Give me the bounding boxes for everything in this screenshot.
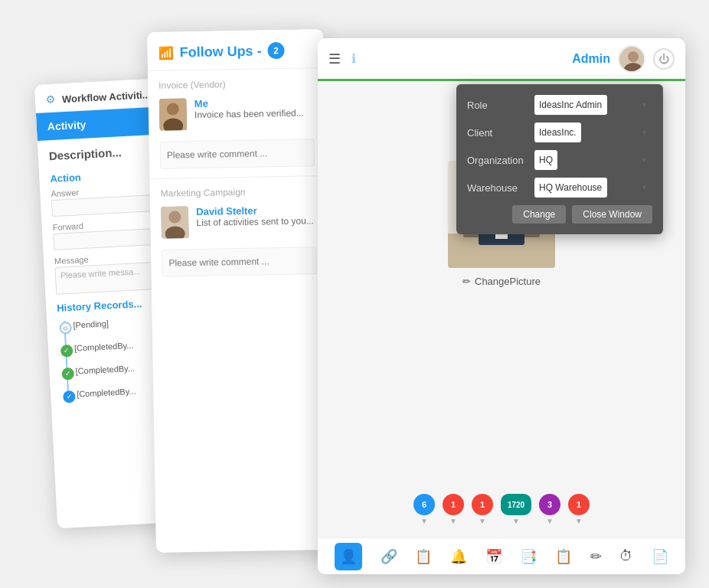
client-label: Client xyxy=(467,127,528,139)
dot-completed: ✓ xyxy=(60,345,74,358)
history-item-text: [CompletedBy... xyxy=(75,364,135,376)
avatar-me xyxy=(159,98,188,131)
wifi-icon: 📶 xyxy=(158,45,173,60)
footer-icon-calendar[interactable]: 📅 xyxy=(485,548,502,565)
pencil-icon: ✏ xyxy=(462,276,471,287)
arrow-3: ▼ xyxy=(479,517,486,525)
avatar-img-david xyxy=(161,206,189,239)
dropdown-buttons: Change Close Window xyxy=(467,205,652,224)
dot-completed: ✓ xyxy=(61,368,74,381)
client-row: Client IdeasInc. xyxy=(467,122,652,142)
footer-icon-edit[interactable]: ✏ xyxy=(590,548,602,565)
arrow-5: ▼ xyxy=(546,517,554,525)
arrow-4: ▼ xyxy=(512,517,520,525)
workflow-title: Workflow Activiti... xyxy=(62,89,151,105)
badge-3[interactable]: 1 xyxy=(472,494,493,515)
arrow-2: ▼ xyxy=(449,517,457,525)
msg-content-david: David Stelter List of activities sent to… xyxy=(196,204,314,238)
arrow-6: ▼ xyxy=(575,517,583,525)
change-picture-button[interactable]: ✏ ChangePicture xyxy=(462,276,541,287)
organization-label: Organization xyxy=(467,155,528,166)
role-select[interactable]: IdeasInc Admin xyxy=(534,95,607,115)
footer-nav: 👤 🔗 📋 🔔 📅 📑 📋 ✏ ⏱ 📄 xyxy=(318,537,685,574)
footer-icon-doc[interactable]: 📑 xyxy=(520,548,537,565)
history-item-text: [Pending] xyxy=(73,318,109,329)
admin-avatar xyxy=(618,45,645,73)
topbar-left: ☰ ℹ xyxy=(328,51,356,67)
workflow-icon: ⚙ xyxy=(46,93,57,106)
warehouse-select-wrap: HQ Warehouse xyxy=(534,178,652,198)
arrow-1: ▼ xyxy=(420,517,428,525)
info-icon[interactable]: ℹ xyxy=(351,51,356,66)
followups-section-1: Invoice (Vendor) Me Invoice has been ver… xyxy=(148,68,325,179)
badge-5[interactable]: 3 xyxy=(539,494,560,515)
badge-wrap-4: 1720 ▼ xyxy=(501,494,531,525)
followups-badge: 2 xyxy=(267,42,284,59)
badge-wrap-6: 1 ▼ xyxy=(568,494,590,525)
footer-icon-list[interactable]: 📋 xyxy=(555,548,572,565)
footer-icon-link[interactable]: 🔗 xyxy=(381,548,397,565)
comment-input-invoice[interactable] xyxy=(160,139,315,169)
footer-icon-gauge[interactable]: ⏱ xyxy=(619,548,633,564)
message-row-me: Me Invoice has been verified... xyxy=(159,96,315,131)
role-select-wrap: IdeasInc Admin xyxy=(534,95,652,115)
topbar-right: Admin ⏻ xyxy=(572,45,675,73)
bottom-badges-row: 6 ▼ 1 ▼ 1 ▼ 1720 ▼ 3 ▼ 1 ▼ xyxy=(318,483,685,536)
footer-icon-bell[interactable]: 🔔 xyxy=(450,548,467,565)
role-row: Role IdeasInc Admin xyxy=(467,95,652,115)
badge-wrap-1: 6 ▼ xyxy=(413,494,435,525)
change-picture-label: ChangePicture xyxy=(475,276,541,287)
badge-wrap-2: 1 ▼ xyxy=(443,494,464,525)
badge-4[interactable]: 1720 xyxy=(501,494,531,515)
close-window-button[interactable]: Close Window xyxy=(572,205,652,224)
msg-text-campaign: List of activities sent to you... xyxy=(196,215,314,228)
power-button[interactable]: ⏻ xyxy=(653,48,675,70)
organization-select[interactable]: HQ xyxy=(534,150,557,170)
message-row-david: David Stelter List of activities sent to… xyxy=(161,204,316,239)
warehouse-label: Warehouse xyxy=(467,182,528,194)
dot-completed-blue: ✓ xyxy=(63,390,76,403)
msg-content-me: Me Invoice has been verified... xyxy=(194,96,304,130)
section-label-campaign: Marketing Campaign xyxy=(161,185,315,199)
badge-2[interactable]: 1 xyxy=(443,494,464,515)
msg-text-invoice: Invoice has been verified... xyxy=(194,108,304,120)
badge-wrap-5: 3 ▼ xyxy=(539,494,560,525)
followups-section-2: Marketing Campaign David Stelter List of… xyxy=(149,176,327,286)
comment-input-campaign[interactable] xyxy=(162,247,317,277)
organization-select-wrap: HQ xyxy=(534,150,652,170)
history-item-text: [CompletedBy... xyxy=(74,341,134,353)
client-select-wrap: IdeasInc. xyxy=(534,122,652,142)
footer-icon-person[interactable]: 👤 xyxy=(335,543,362,570)
followups-header: 📶 Follow Ups - 2 xyxy=(147,29,324,71)
footer-icon-clipboard[interactable]: 📋 xyxy=(415,548,432,565)
dot-pending: ○ xyxy=(59,322,72,335)
badge-wrap-3: 1 ▼ xyxy=(472,494,493,525)
change-button[interactable]: Change xyxy=(512,205,566,224)
footer-icon-file[interactable]: 📄 xyxy=(652,548,668,565)
history-item-text: [CompletedBy... xyxy=(77,387,136,399)
svg-point-7 xyxy=(628,51,639,62)
followups-title: Follow Ups - xyxy=(179,43,261,60)
avatar-img-me xyxy=(159,98,188,131)
followups-card: 📶 Follow Ups - 2 Invoice (Vendor) xyxy=(147,29,332,553)
admin-label: Admin xyxy=(572,52,610,66)
section-label-invoice: Invoice (Vendor) xyxy=(158,77,313,91)
organization-row: Organization HQ xyxy=(467,150,652,170)
dropdown-popup: Role IdeasInc Admin Client IdeasInc. Org… xyxy=(456,84,663,234)
avatar-david xyxy=(161,206,189,239)
badge-6[interactable]: 1 xyxy=(568,494,590,515)
client-select[interactable]: IdeasInc. xyxy=(534,122,581,142)
followups-body: Invoice (Vendor) Me Invoice has been ver… xyxy=(148,68,328,286)
role-label: Role xyxy=(467,100,528,111)
hamburger-icon[interactable]: ☰ xyxy=(328,51,341,67)
warehouse-row: Warehouse HQ Warehouse xyxy=(467,178,652,198)
badge-1[interactable]: 6 xyxy=(413,494,435,515)
main-topbar: ☰ ℹ Admin ⏻ xyxy=(318,38,685,81)
warehouse-select[interactable]: HQ Warehouse xyxy=(534,178,607,198)
